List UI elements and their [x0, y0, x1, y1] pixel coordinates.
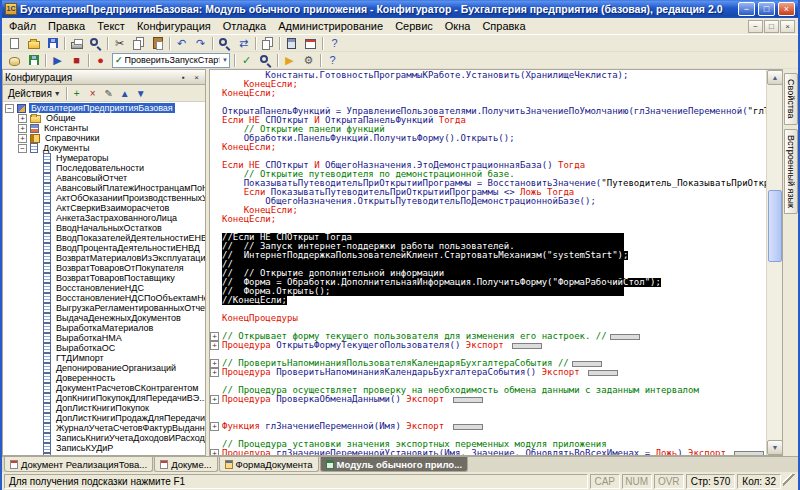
tree-item[interactable]: ВозвратМатериаловИзЭксплуатации [3, 253, 205, 263]
tree-item[interactable]: ДопКнигиПокупокДляПередачиВЭ... [3, 393, 205, 403]
replace-button[interactable]: ⇄ [234, 36, 253, 51]
fold-toggle-icon[interactable]: + [210, 395, 219, 404]
scroll-down-icon[interactable]: ▼ [767, 440, 783, 455]
tree-item[interactable]: −БухгалтерияПредприятияБазовая [3, 103, 205, 113]
code-line[interactable]: КонецЕсли; [210, 143, 766, 152]
resize-grip[interactable] [783, 474, 796, 489]
save-config-button[interactable] [24, 53, 43, 68]
delete-button[interactable]: × [85, 86, 101, 100]
calendar-button[interactable] [301, 36, 320, 51]
undo-button[interactable]: ↶ [172, 36, 191, 51]
tree-item[interactable]: АвансовыйОтчет [3, 173, 205, 183]
move-up-button[interactable]: ▲ [117, 86, 133, 100]
tree-item[interactable]: ВозвратТоваровОтПокупателя [3, 263, 205, 273]
edit-button[interactable]: ✎ [101, 86, 117, 100]
collapsed-block-icon[interactable] [734, 451, 764, 456]
code-line[interactable]: КонецПроцедуры [210, 314, 766, 323]
mdi-minimize-button[interactable]: − [748, 20, 763, 33]
tree-item[interactable]: АктОбОказанииПроизводственныхУслуг [3, 193, 205, 203]
code-line[interactable]: КонецЕсли; [210, 89, 766, 98]
paste-button[interactable] [148, 36, 167, 51]
tree-item[interactable]: АвансовыйПлатежИностранцамПоНДФЛ [3, 183, 205, 193]
menu-item[interactable]: Правка [42, 19, 91, 33]
add-button[interactable]: + [69, 86, 85, 100]
collapsed-block-icon[interactable] [453, 397, 483, 403]
panel-close-icon[interactable]: × [190, 71, 203, 83]
tree-item[interactable]: +Константы [3, 123, 205, 133]
maximize-button[interactable]: □ [758, 2, 775, 16]
find-button[interactable] [215, 36, 234, 51]
collapsed-block-icon[interactable] [453, 424, 483, 430]
debug-start-button[interactable]: ▶ [48, 53, 67, 68]
minimize-button[interactable]: − [738, 2, 755, 16]
compare-button[interactable] [258, 36, 277, 51]
expand-icon[interactable]: + [18, 124, 27, 133]
close-button[interactable]: × [778, 2, 795, 16]
tree-item[interactable]: АктСверкиВзаиморасчетов [3, 203, 205, 213]
code-line[interactable]: +Функция глЗначениеПеременной(Имя) Экспо… [210, 422, 766, 431]
tree-item[interactable]: Последовательности [3, 163, 205, 173]
calc-button[interactable] [282, 36, 301, 51]
start-enterprise-button[interactable]: ▶ [280, 53, 299, 68]
menu-item[interactable]: Администрирование [272, 19, 389, 33]
scroll-up-icon[interactable]: ▲ [767, 70, 783, 85]
expand-icon[interactable]: + [18, 114, 27, 123]
collapsed-block-icon[interactable] [610, 334, 640, 340]
tree-item[interactable]: +Справочники [3, 133, 205, 143]
tree-item[interactable]: ЗаписьКнигиУчетаДоходовИРасходо... [3, 433, 205, 443]
code-line[interactable]: +Процедура ОткрытьФормуТекущегоПользоват… [210, 341, 766, 350]
tree-item[interactable]: ГТДИмпорт [3, 353, 205, 363]
collapse-icon[interactable]: − [5, 104, 14, 113]
print-button[interactable] [67, 36, 86, 51]
editor-scrollbar[interactable]: ▲ ▼ [766, 70, 782, 455]
tree-item[interactable]: ДопЛистКнигиПокупок [3, 403, 205, 413]
options-button[interactable]: ⚙ [299, 53, 318, 68]
breakpoint-button[interactable]: ● [91, 53, 110, 68]
tree-item[interactable]: Нумераторы [3, 153, 205, 163]
copy-button[interactable] [129, 36, 148, 51]
menu-item[interactable]: Сервис [389, 19, 439, 33]
collapsed-block-icon[interactable] [512, 343, 542, 349]
new-button[interactable] [5, 36, 24, 51]
tree-item[interactable]: −Документы [3, 143, 205, 153]
code-line[interactable]: +Процедура ПроверкаОбменаДанными() Экспо… [210, 395, 766, 404]
tree-item[interactable]: ДокументРасчетовСКонтрагентом [3, 383, 205, 393]
code-line[interactable]: // ИнтернетПоддержкаПользователейКлиент.… [210, 251, 766, 260]
find-in-texts-button[interactable] [256, 53, 275, 68]
expand-icon[interactable]: + [18, 134, 27, 143]
db-config-button[interactable] [5, 53, 24, 68]
window-tab[interactable]: Модуль обычного прило... [320, 457, 469, 472]
menu-item[interactable]: Окна [439, 19, 477, 33]
mdi-close-button[interactable]: × [780, 20, 795, 33]
code-line[interactable]: КонецЕсли; [210, 206, 766, 215]
tab-built-in-language[interactable]: Встроенный язык [784, 129, 798, 214]
pin-icon[interactable]: ▪ [177, 71, 190, 83]
tree-item[interactable]: ВыработкаМатериалов [3, 323, 205, 333]
fold-toggle-icon[interactable]: + [210, 368, 219, 377]
fold-toggle-icon[interactable]: + [210, 341, 219, 350]
tree-item[interactable]: ВводПоказателейДеятельностиЕНВД [3, 233, 205, 243]
tab-properties[interactable]: Свойства [784, 73, 798, 125]
menu-item[interactable]: Файл [3, 19, 42, 33]
menu-item[interactable]: Текст [91, 19, 131, 33]
save-button[interactable] [43, 36, 62, 51]
tree-item[interactable]: ВыработкаОС [3, 343, 205, 353]
help-button[interactable]: ? [323, 53, 342, 68]
window-tab[interactable]: Докуме... [154, 457, 217, 472]
code-line[interactable]: //КонецЕсли; [210, 296, 766, 305]
tree-item[interactable]: АнкетаЗастрахованногоЛица [3, 213, 205, 223]
open-button[interactable] [24, 36, 43, 51]
menu-item[interactable]: Справка [476, 19, 531, 33]
redo-button[interactable]: ↷ [191, 36, 210, 51]
code-line[interactable]: КонецЕсли; [210, 80, 766, 89]
preview-button[interactable] [86, 36, 105, 51]
tree-item[interactable]: Доверенность [3, 373, 205, 383]
tree-item[interactable]: ДепонированиеОрганизаций [3, 363, 205, 373]
fold-toggle-icon[interactable]: + [210, 449, 219, 455]
tree-item[interactable]: ВыработкаНМА [3, 333, 205, 343]
collapsed-block-icon[interactable] [572, 361, 602, 367]
code-area[interactable]: Константы.ГотовностьПрограммыКРаботе.Уст… [210, 70, 766, 455]
tree-item[interactable]: ВосстановлениеНДС [3, 283, 205, 293]
mdi-restore-button[interactable]: □ [764, 20, 779, 33]
code-line[interactable]: +Процедура глЗначениеПеременнойУстановит… [210, 449, 766, 455]
